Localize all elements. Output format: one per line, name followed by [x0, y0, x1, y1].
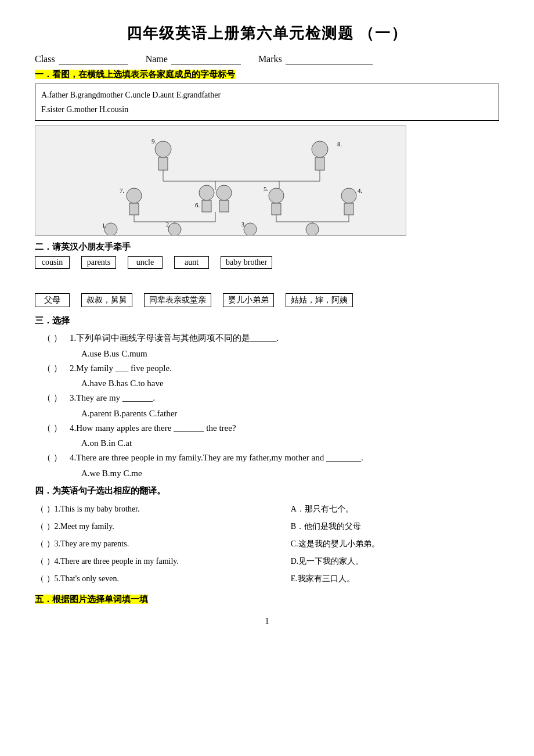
section2: 二．请英汉小朋友手牵手 cousin parents uncle aunt ba…: [35, 242, 499, 307]
section1-opt1: A.father B.grangdmother C.uncle D.aunt E…: [41, 88, 493, 102]
q3-2-row: （ ） 3.They are my _______.: [35, 390, 499, 406]
header-line: Class Name Marks: [35, 54, 499, 64]
svg-text:7.: 7.: [120, 187, 125, 194]
chinese-words-row: 父母 叔叔，舅舅 同辈表亲或堂亲 婴儿小弟弟 姑姑，婶，阿姨: [35, 293, 499, 307]
chinese-word-1: 叔叔，舅舅: [81, 293, 132, 307]
svg-text:3.: 3.: [241, 221, 246, 228]
marks-label: Marks: [258, 54, 282, 64]
section1-options: A.father B.grangdmother C.uncle D.aunt E…: [35, 84, 499, 121]
section5-highlight: 五．根据图片选择单词填一填: [35, 595, 148, 604]
section1-opt2: F.sister G.mother H.cousin: [41, 102, 493, 117]
spacer1: [35, 272, 499, 284]
svg-text:8.: 8.: [337, 141, 342, 147]
section4-row-4: （ ）5.That's only seven. E.我家有三口人。: [36, 571, 498, 587]
svg-text:2.: 2.: [166, 221, 171, 228]
q3-2-paren: （ ）: [35, 390, 70, 406]
svg-rect-1: [158, 157, 168, 170]
class-label: Class: [35, 54, 55, 64]
q3-4-options: A.we B.my C.me: [81, 469, 499, 478]
svg-point-22: [341, 188, 356, 203]
name-label: Name: [146, 54, 168, 64]
svg-point-19: [269, 188, 284, 203]
svg-rect-4: [315, 157, 324, 170]
svg-text:9.: 9.: [151, 138, 157, 145]
section4-table: （ ）1.This is my baby brother. A．那只有七个。 （…: [35, 500, 499, 588]
section4-left-2: （ ）3.They are my parents.: [36, 536, 290, 552]
section3-title: 三．选择: [35, 315, 499, 326]
svg-point-14: [199, 185, 214, 200]
svg-point-0: [155, 141, 171, 157]
q3-2-text: 3.They are my _______.: [70, 390, 499, 406]
q3-3-paren: （ ）: [35, 420, 70, 437]
q3-1-row: （ ） 2.My family ___ five people.: [35, 360, 499, 377]
q3-0-paren: （ ）: [35, 330, 70, 347]
english-word-3: aunt: [174, 256, 209, 269]
name-field: Name: [146, 54, 241, 64]
svg-text:5.: 5.: [264, 185, 269, 192]
svg-text:1.: 1.: [102, 222, 107, 229]
q3-0-row: （ ） 1.下列单词中画线字母读音与其他两项不同的是______.: [35, 330, 499, 347]
svg-point-40: [306, 223, 319, 236]
q3-3-row: （ ） 4.How many apples are there _______ …: [35, 420, 499, 437]
family-tree-image: 9. 8. 7. 6. 5.: [35, 125, 406, 236]
q3-0-text: 1.下列单词中画线字母读音与其他两项不同的是______.: [70, 330, 499, 347]
english-words-row: cousin parents uncle aunt baby brother: [35, 256, 499, 269]
page-title: 四年级英语上册第六单元检测题 （一）: [35, 23, 499, 44]
name-underline: [171, 54, 241, 64]
svg-point-16: [217, 185, 232, 200]
family-tree-svg: 9. 8. 7. 6. 5.: [35, 126, 406, 236]
section4-right-4: E.我家有三口人。: [291, 571, 498, 587]
svg-point-3: [312, 141, 328, 157]
section1-highlight: 一．看图，在横线上选填表示各家庭成员的字母标号: [35, 70, 235, 79]
class-underline: [59, 54, 128, 64]
q3-2-options: A.parent B.parents C.father: [81, 409, 499, 419]
marks-field: Marks: [258, 54, 373, 64]
q3-1-paren: （ ）: [35, 360, 70, 377]
chinese-word-3: 婴儿小弟弟: [223, 293, 274, 307]
section4-row-3: （ ）4.There are three people in my family…: [36, 553, 498, 570]
class-field: Class: [35, 54, 128, 64]
section4-row-1: （ ）2.Meet my family. B．他们是我的父母: [36, 519, 498, 535]
svg-rect-12: [129, 203, 139, 215]
section4-right-3: D.见一下我的家人。: [291, 553, 498, 570]
section5: 五．根据图片选择单词填一填: [35, 594, 499, 605]
english-word-4: baby brother: [221, 256, 272, 269]
q3-4-text: 4.There are three people in my family.Th…: [70, 449, 499, 466]
q3-3-text: 4.How many apples are there _______ the …: [70, 420, 499, 437]
section4-right-0: A．那只有七个。: [291, 501, 498, 517]
page-number: 1: [35, 617, 499, 626]
svg-rect-20: [272, 203, 281, 215]
svg-text:4.: 4.: [358, 187, 363, 194]
section5-title: 五．根据图片选择单词填一填: [35, 594, 499, 605]
q3-0-options: A.use B.us C.mum: [81, 349, 499, 359]
svg-text:me: me: [104, 233, 110, 236]
chinese-word-2: 同辈表亲或堂亲: [144, 293, 211, 307]
section3: 三．选择 （ ） 1.下列单词中画线字母读音与其他两项不同的是______. A…: [35, 315, 499, 478]
svg-point-11: [127, 188, 142, 203]
section4: 四．为英语句子选出相应的翻译。 （ ）1.This is my baby bro…: [35, 485, 499, 588]
svg-rect-15: [202, 200, 211, 212]
svg-text:6.: 6.: [195, 201, 200, 208]
section4-left-4: （ ）5.That's only seven.: [36, 571, 290, 587]
q3-4-paren: （ ）: [35, 449, 70, 466]
section1: 一．看图，在横线上选填表示各家庭成员的字母标号 A.father B.grang…: [35, 69, 499, 236]
section4-left-3: （ ）4.There are three people in my family…: [36, 553, 290, 570]
q3-3-options: A.on B.in C.at: [81, 438, 499, 448]
chinese-word-0: 父母: [35, 293, 70, 307]
section2-title: 二．请英汉小朋友手牵手: [35, 242, 499, 253]
section4-right-1: B．他们是我的父母: [291, 519, 498, 535]
svg-rect-17: [219, 200, 229, 212]
q3-4-row: （ ） 4.There are three people in my famil…: [35, 449, 499, 466]
chinese-word-4: 姑姑，婶，阿姨: [286, 293, 353, 307]
english-word-1: parents: [81, 256, 116, 269]
section4-left-1: （ ）2.Meet my family.: [36, 519, 290, 535]
english-word-0: cousin: [35, 256, 70, 269]
section4-right-2: C.这是我的婴儿小弟弟。: [291, 536, 498, 552]
svg-rect-23: [344, 203, 353, 215]
section4-row-0: （ ）1.This is my baby brother. A．那只有七个。: [36, 501, 498, 517]
english-word-2: uncle: [128, 256, 163, 269]
q3-1-options: A.have B.has C.to have: [81, 379, 499, 388]
section4-title: 四．为英语句子选出相应的翻译。: [35, 485, 499, 496]
section4-row-2: （ ）3.They are my parents. C.这是我的婴儿小弟弟。: [36, 536, 498, 552]
q3-1-text: 2.My family ___ five people.: [70, 360, 499, 377]
